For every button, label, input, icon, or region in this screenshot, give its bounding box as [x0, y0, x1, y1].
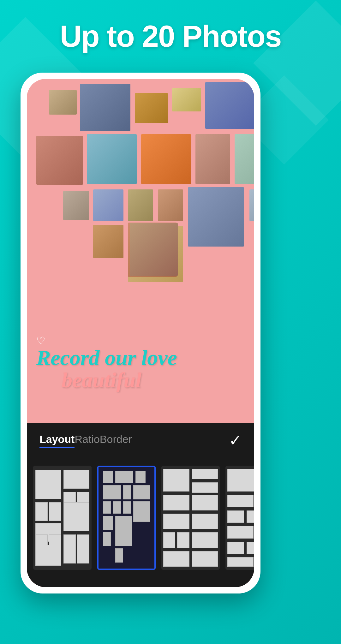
photo-13[interactable]: [93, 189, 123, 221]
text-overlay: ♡ Record our love beautiful: [36, 335, 248, 392]
text-line2: beautiful: [62, 369, 248, 391]
photo-8[interactable]: [87, 134, 137, 184]
layout-option-1[interactable]: [33, 466, 92, 570]
photo-3[interactable]: [135, 93, 168, 123]
photo-5[interactable]: [205, 82, 254, 129]
tab-layout[interactable]: Layout: [39, 433, 75, 448]
page-title: Up to 20 Photos: [0, 19, 341, 54]
photo-11[interactable]: [235, 134, 254, 184]
tab-border[interactable]: Border: [100, 433, 132, 448]
text-line1: Record our love: [36, 347, 248, 369]
photo-12[interactable]: [63, 191, 89, 220]
photo-1[interactable]: [49, 90, 77, 115]
heart-icon-1: ♡: [36, 335, 248, 347]
photo-center[interactable]: [130, 223, 178, 276]
tab-ratio[interactable]: Ratio: [75, 433, 99, 448]
controls-area: Layout Ratio Border ✓: [27, 423, 254, 587]
photo-15[interactable]: [158, 189, 183, 221]
collage-area: ♡ Record our love beautiful: [27, 79, 254, 423]
confirm-button[interactable]: ✓: [229, 432, 242, 449]
layout-option-2[interactable]: [97, 466, 156, 570]
layout-options: [27, 458, 254, 578]
photo-10[interactable]: [195, 134, 230, 184]
toolbar-tabs: Layout Ratio Border ✓: [27, 423, 254, 458]
photo-4[interactable]: [172, 88, 201, 111]
photo-7[interactable]: [36, 136, 83, 185]
photo-14[interactable]: [128, 189, 153, 221]
layout-option-4[interactable]: [225, 466, 254, 570]
photo-17[interactable]: [249, 189, 254, 221]
photo-2[interactable]: [80, 84, 130, 131]
layout-option-3[interactable]: [161, 466, 220, 570]
phone-screen: ♡ Record our love beautiful Layout Ratio…: [27, 79, 254, 587]
photo-16[interactable]: [188, 187, 244, 247]
photo-18[interactable]: [93, 225, 123, 258]
photo-9[interactable]: [141, 134, 191, 184]
